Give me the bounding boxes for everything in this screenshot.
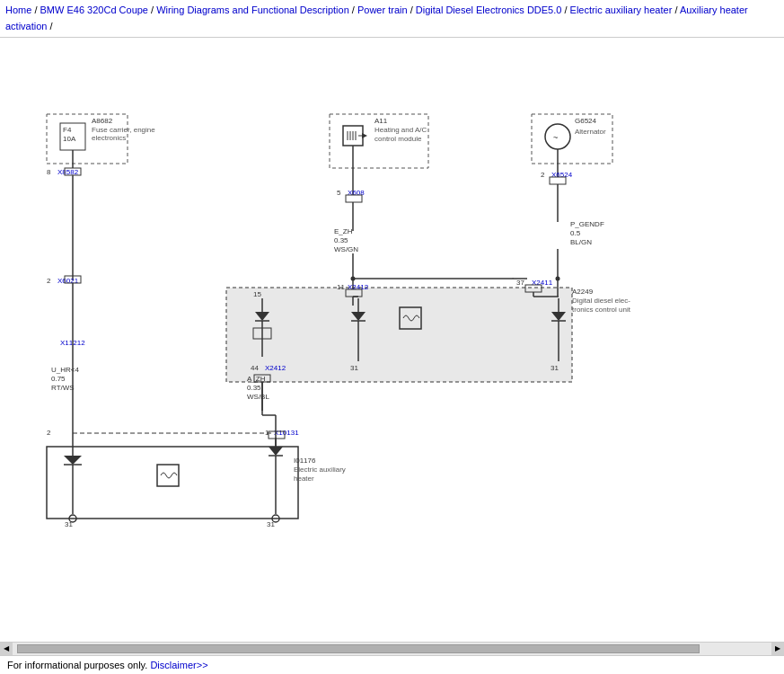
svg-rect-23 xyxy=(47,447,298,519)
svg-text:Alternator: Alternator xyxy=(575,128,606,136)
svg-text:X2412: X2412 xyxy=(265,364,286,372)
breadcrumb-bmw[interactable]: BMW E46 320Cd Coupe xyxy=(40,4,148,15)
svg-text:8: 8 xyxy=(47,168,51,176)
svg-text:~: ~ xyxy=(553,133,558,142)
svg-marker-73 xyxy=(362,133,367,138)
horizontal-scrollbar[interactable]: ◀ ▶ xyxy=(0,642,784,654)
scroll-left-button[interactable]: ◀ xyxy=(0,643,13,655)
svg-text:X2412: X2412 xyxy=(348,283,369,291)
svg-text:5: 5 xyxy=(337,189,341,197)
svg-text:Electric auxiliary: Electric auxiliary xyxy=(294,466,346,474)
svg-text:11: 11 xyxy=(337,283,345,291)
svg-text:RT/WS: RT/WS xyxy=(51,384,75,392)
svg-text:44: 44 xyxy=(251,364,259,372)
svg-text:A11: A11 xyxy=(374,117,388,125)
svg-text:U_HR<4: U_HR<4 xyxy=(51,366,79,374)
breadcrumb: Home / BMW E46 320Cd Coupe / Wiring Diag… xyxy=(0,0,784,38)
svg-text:X2411: X2411 xyxy=(532,279,553,287)
breadcrumb-home[interactable]: Home xyxy=(5,4,31,15)
svg-text:F4: F4 xyxy=(63,126,72,134)
disclaimer-link[interactable]: Disclaimer>> xyxy=(150,660,207,670)
breadcrumb-auxiliary[interactable]: Electric auxiliary heater xyxy=(570,4,673,15)
svg-text:0.35: 0.35 xyxy=(247,384,261,392)
svg-text:tronics control unit: tronics control unit xyxy=(572,306,631,314)
svg-text:0.75: 0.75 xyxy=(51,375,66,383)
svg-text:37: 37 xyxy=(516,279,524,287)
breadcrumb-wiring[interactable]: Wiring Diagrams and Functional Descripti… xyxy=(156,4,349,15)
svg-text:Digital diesel elec-: Digital diesel elec- xyxy=(572,297,630,305)
svg-text:WS/BL: WS/BL xyxy=(247,393,269,401)
svg-text:0.35: 0.35 xyxy=(334,236,348,244)
svg-text:electronics: electronics xyxy=(92,134,126,142)
breadcrumb-powertrain[interactable]: Power train xyxy=(357,4,408,15)
svg-text:A8682: A8682 xyxy=(92,117,113,125)
svg-text:heater: heater xyxy=(294,474,314,483)
svg-point-92 xyxy=(350,277,355,281)
svg-text:10A: 10A xyxy=(63,135,76,143)
svg-text:G6524: G6524 xyxy=(575,117,597,125)
breadcrumb-dde[interactable]: Digital Diesel Electronics DDE5.0 xyxy=(416,4,562,15)
svg-rect-30 xyxy=(157,465,179,486)
svg-text:X6524: X6524 xyxy=(551,171,573,179)
svg-text:P_GENDF: P_GENDF xyxy=(570,220,604,228)
svg-text:0.5: 0.5 xyxy=(570,229,581,237)
svg-text:X6021: X6021 xyxy=(57,277,79,285)
svg-text:2: 2 xyxy=(541,171,545,179)
scroll-right-button[interactable]: ▶ xyxy=(771,643,784,655)
diagram-container: F4 10A A8682 Fuse carrier, engine electr… xyxy=(0,38,784,631)
svg-text:2: 2 xyxy=(47,429,51,437)
svg-text:A2249: A2249 xyxy=(572,288,594,296)
svg-marker-34 xyxy=(269,447,283,456)
svg-text:I01176: I01176 xyxy=(294,457,316,465)
svg-text:2: 2 xyxy=(47,277,51,285)
svg-text:Heating and A/C: Heating and A/C xyxy=(374,126,427,134)
svg-marker-25 xyxy=(64,456,82,465)
footer-info-text: For informational purposes only. xyxy=(7,660,150,670)
svg-text:X10131: X10131 xyxy=(274,429,299,437)
svg-text:31: 31 xyxy=(551,364,559,372)
svg-text:BL/GN: BL/GN xyxy=(570,238,592,246)
wiring-diagram: F4 10A A8682 Fuse carrier, engine electr… xyxy=(15,47,770,604)
svg-rect-99 xyxy=(532,114,612,164)
breadcrumb-sep: / xyxy=(50,21,53,31)
svg-text:E_ZH: E_ZH xyxy=(334,227,353,235)
svg-text:·: · xyxy=(512,274,514,282)
svg-text:Fuse carrier, engine: Fuse carrier, engine xyxy=(92,126,155,134)
svg-text:WS/GN: WS/GN xyxy=(334,245,358,253)
scrollbar-track[interactable] xyxy=(13,643,771,655)
scrollbar-thumb[interactable] xyxy=(17,644,700,653)
svg-text:15: 15 xyxy=(253,290,261,298)
footer: For informational purposes only. Disclai… xyxy=(0,655,784,674)
svg-text:31: 31 xyxy=(350,364,358,372)
svg-text:control module: control module xyxy=(374,135,422,143)
